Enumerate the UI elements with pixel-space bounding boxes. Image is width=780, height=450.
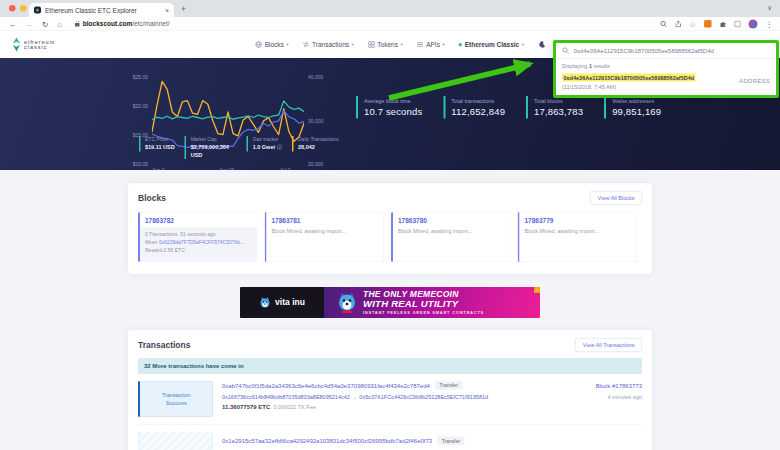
- block-number-link[interactable]: 17863779: [520, 213, 637, 228]
- share-icon[interactable]: [675, 20, 682, 27]
- ad-banner[interactable]: vita inu THE ONLY MEMECOIN WITH REAL UTI…: [240, 287, 540, 318]
- block-card: 17863780 Block Mined, awaiting import...: [391, 212, 511, 262]
- block-card: 17863779 Block Mined, awaiting import...: [518, 212, 638, 262]
- ad-main-panel: THE ONLY MEMECOIN WITH REAL UTILITY INST…: [324, 287, 540, 318]
- back-icon[interactable]: ←: [9, 20, 17, 29]
- window-close-button[interactable]: [9, 5, 16, 12]
- nav-network-selector[interactable]: Ethereum Classic ▾: [459, 41, 524, 49]
- axis-tick: $25.00: [128, 74, 148, 80]
- nav-tokens[interactable]: Tokens ▾: [368, 41, 403, 49]
- stat-value: 10.7 seconds: [364, 106, 422, 117]
- window-chevron-icon[interactable]: ∨: [767, 4, 772, 12]
- chevron-down-icon: ▾: [522, 42, 524, 47]
- search-result-date: (11/15/2018, 7:45 AM): [562, 84, 696, 90]
- block-meta: 0 Transactions 51 seconds ago Miner 0x02…: [140, 228, 257, 263]
- extensions-puzzle-icon[interactable]: [720, 20, 727, 27]
- browser-window: Ethereum Classic ETC Explorer × + ∨ ← → …: [0, 0, 780, 450]
- nav-transactions[interactable]: Transactions ▾: [303, 41, 354, 49]
- profile-avatar[interactable]: [749, 19, 758, 28]
- ad-brand-panel: vita inu: [240, 287, 324, 318]
- nav-blocks[interactable]: Blocks ▾: [255, 41, 288, 49]
- stat-value: 99,851,169: [612, 106, 661, 117]
- stat-value: $2,709,000,364 USD: [191, 144, 237, 159]
- reload-icon[interactable]: ↻: [42, 19, 48, 28]
- nav-apis-label: APIs: [426, 41, 440, 49]
- miner-address-link[interactable]: 0x0239da7F7D5aF4CFF574C507bb...: [159, 239, 244, 245]
- block-number-link[interactable]: 17863782: [140, 213, 257, 228]
- nav-network-label: Ethereum Classic: [465, 41, 520, 49]
- block-number-link[interactable]: 17863780: [393, 213, 510, 228]
- block-number-link[interactable]: 17863781: [267, 213, 384, 228]
- stat-label: Daily Transactions: [298, 137, 339, 143]
- transaction-hash-link[interactable]: 0xab747bc0f1f5da2a34363c6e4e6cbc4d54a0e3…: [222, 382, 430, 389]
- block-age: 51 seconds ago: [180, 232, 215, 238]
- search-icon: [562, 47, 569, 54]
- hero-substats: ETC Price $19.11 USD Market Cap $2,709,0…: [139, 136, 339, 159]
- transaction-status-badge: Transaction Success: [138, 381, 213, 417]
- nav-transactions-label: Transactions: [312, 41, 349, 49]
- stat-total-transactions: Total transactions 112,652,849: [443, 96, 505, 119]
- tab-title: Ethereum Classic ETC Explorer: [45, 6, 161, 14]
- search-result-type: ADDRESS: [739, 78, 770, 85]
- swap-arrows-icon: [303, 41, 310, 48]
- browser-toolbar: ← → ↻ ⌂ blockscout.com/etc/mainnet/ ☆ ⋮: [0, 17, 780, 31]
- stat-etc-price: ETC Price $19.11 USD: [139, 136, 175, 151]
- blocks-section: Blocks View All Blocks 17863782 0 Transa…: [128, 183, 652, 274]
- search-result-hash[interactable]: 0xd4e36Ae112915C9b18700505ee58988562af5D…: [562, 74, 696, 82]
- chevron-down-icon: ▾: [442, 42, 444, 47]
- metamask-extension-icon[interactable]: [704, 20, 712, 28]
- from-address-link[interactable]: 0x166736cc614b849bdb87035d803a8E8095214c…: [222, 394, 350, 400]
- stat-value: 112,652,849: [451, 106, 505, 117]
- ad-copy: THE ONLY MEMECOIN WITH REAL UTILITY INST…: [363, 290, 484, 315]
- tokens-icon: [368, 41, 375, 48]
- address-bar[interactable]: blockscout.com/etc/mainnet/: [75, 20, 660, 28]
- stat-value: $19.11 USD: [145, 144, 175, 151]
- view-all-blocks-button[interactable]: View All Blocks: [590, 191, 642, 205]
- vita-inu-logo-icon: [259, 297, 271, 309]
- axis-tick: 40,000: [308, 74, 323, 80]
- home-icon[interactable]: ⌂: [57, 20, 62, 29]
- to-address-link[interactable]: 0x5c37A1FCc4429cC9b9b25128Ec5EfC71f91358…: [359, 394, 488, 400]
- transaction-age: 4 minutes ago: [596, 394, 642, 400]
- chevron-down-icon: ▾: [286, 42, 288, 47]
- sidebar-extension-icon[interactable]: [735, 21, 741, 27]
- transaction-type-chip: Transfer: [437, 437, 464, 446]
- transaction-hash-link[interactable]: 0x1e2915c57aa32efb66ca4292492a103831dc34…: [222, 437, 432, 444]
- dark-mode-moon-icon[interactable]: [538, 41, 546, 49]
- new-tab-button[interactable]: +: [181, 4, 186, 14]
- stat-label: Average block time: [364, 98, 422, 104]
- search-results-count: Displaying 1 results: [556, 59, 776, 70]
- miner-label: Miner: [145, 239, 158, 245]
- info-icon[interactable]: i: [277, 145, 282, 150]
- stat-label: ETC Price: [145, 137, 175, 143]
- tab-close-icon[interactable]: ×: [165, 6, 169, 14]
- new-transactions-banner[interactable]: 32 More transactions have come in: [138, 358, 642, 374]
- search-result-item[interactable]: 0xd4e36Ae112915C9b18700505ee58988562af5D…: [556, 70, 776, 93]
- stat-value: 28,042: [298, 144, 339, 151]
- window-minimize-button[interactable]: [20, 5, 27, 12]
- site-search-input[interactable]: 0xd4e36Ae112915C9b18700505ee58988562af5D…: [574, 47, 714, 54]
- search-icon[interactable]: [660, 20, 667, 27]
- axis-tick: $10.00: [128, 161, 148, 167]
- ad-choices-icon[interactable]: i: [534, 287, 540, 293]
- nav-tokens-label: Tokens: [377, 41, 398, 49]
- ethereum-classic-logo[interactable]: ethereum classic: [12, 37, 55, 52]
- block-reward: Reward 2.56 ETC: [145, 246, 252, 254]
- tab-favicon-icon: [34, 7, 41, 14]
- forward-icon[interactable]: →: [26, 20, 34, 29]
- axis-tick: 30,000: [308, 118, 323, 124]
- nav-apis[interactable]: APIs ▾: [417, 41, 445, 49]
- search-dropdown: 0xd4e36Ae112915C9b18700505ee58988562af5D…: [553, 40, 779, 98]
- etc-diamond-icon: [12, 37, 21, 52]
- transaction-block-link[interactable]: Block #17863773: [596, 383, 642, 390]
- view-all-transactions-button[interactable]: View All Transactions: [575, 338, 642, 352]
- browser-menu-icon[interactable]: ⋮: [766, 19, 774, 28]
- stat-gas-tracker: Gas tracker 1.0 Gweii: [247, 136, 282, 151]
- divider: [138, 424, 642, 425]
- ad-tagline: INSTANT FEELESS GREEN SMART CONTRACTS: [363, 311, 484, 315]
- stat-value: 1.0 Gweii: [253, 144, 282, 151]
- bookmark-star-icon[interactable]: ☆: [689, 19, 696, 28]
- stat-wallet-addresses: Wallet addresses 99,851,169: [604, 96, 661, 119]
- browser-tab[interactable]: Ethereum Classic ETC Explorer ×: [29, 3, 174, 17]
- stat-label: Wallet addresses: [612, 98, 661, 104]
